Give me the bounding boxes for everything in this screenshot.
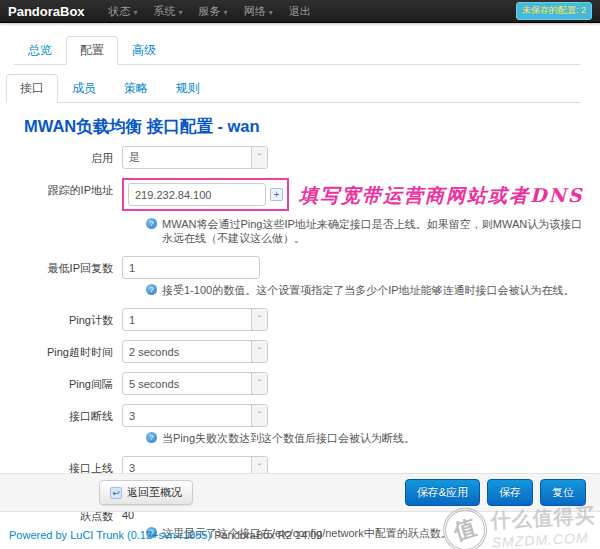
back-button-label: 返回至概况	[127, 485, 182, 500]
save-button[interactable]: 保存	[487, 479, 533, 506]
field-label: 最低IP回复数	[24, 256, 113, 276]
select-value: 1	[123, 314, 251, 326]
help-text-row: 当Ping失败次数达到这个数值后接口会被认为断线。	[146, 431, 600, 445]
help-icon	[146, 432, 157, 443]
page-title: MWAN负载均衡 接口配置 - wan	[24, 116, 600, 138]
form-row-min-replies: 最低IP回复数	[24, 256, 600, 279]
top-navbar: PandoraBox 状态 系统 服务 网络 退出 未保存的配置: 2	[0, 0, 600, 23]
form-row-enabled: 启用 是	[24, 146, 600, 169]
annotation-text: 填写宽带运营商网站或者DNS	[299, 178, 584, 209]
back-arrow-icon	[110, 487, 122, 499]
subtab-rules[interactable]: 规则	[162, 74, 214, 103]
form-row-ping-count: Ping计数 1	[24, 308, 600, 331]
tab-configuration[interactable]: 配置	[66, 36, 118, 65]
menu-status[interactable]: 状态	[101, 4, 146, 19]
luci-link[interactable]: Powered by LuCI Trunk (0.12+svn-r1055)	[9, 529, 211, 541]
sub-tabs: 接口 成员 策略 规则	[6, 74, 580, 103]
help-text: 当Ping失败次数达到这个数值后接口会被认为断线。	[162, 431, 415, 445]
select-value: 5 seconds	[123, 378, 251, 390]
chevron-down-icon	[251, 405, 267, 426]
field-label: Ping超时时间	[24, 340, 113, 360]
field-label: 跟踪的IP地址	[24, 178, 113, 198]
subtab-policies[interactable]: 策略	[110, 74, 162, 103]
add-entry-icon[interactable]	[270, 188, 283, 201]
tracked-ip-input[interactable]	[128, 183, 266, 206]
min-replies-input[interactable]	[122, 256, 260, 279]
highlight-box	[122, 178, 289, 211]
action-bar: 返回至概况 保存&应用 保存 复位	[0, 473, 600, 512]
enabled-select[interactable]: 是	[122, 146, 268, 169]
field-label: Ping计数	[24, 308, 113, 328]
firmware-version: PandoraBox R2 14.09	[214, 529, 322, 541]
form-row-tracked-ip: 跟踪的IP地址 填写宽带运营商网站或者DNS	[24, 178, 600, 211]
menu-system[interactable]: 系统	[146, 4, 191, 19]
help-text: MWAN将会通过Ping这些IP地址来确定接口是否上线。如果留空，则MWAN认为…	[162, 217, 586, 245]
field-label: 接口断线	[24, 404, 113, 424]
ping-interval-select[interactable]: 5 seconds	[122, 372, 268, 395]
chevron-down-icon	[251, 373, 267, 394]
help-text-row: MWAN将会通过Ping这些IP地址来确定接口是否上线。如果留空，则MWAN认为…	[146, 217, 600, 245]
field-label: Ping间隔	[24, 372, 113, 392]
interface-down-select[interactable]: 3	[122, 404, 268, 427]
unsaved-changes-badge[interactable]: 未保存的配置: 2	[516, 2, 592, 20]
brand-logo: PandoraBox	[8, 4, 85, 19]
select-value: 是	[123, 150, 251, 165]
chevron-down-icon	[251, 341, 267, 362]
field-label: 启用	[24, 146, 113, 166]
menu-network[interactable]: 网络	[236, 4, 281, 19]
help-text: 接受1-100的数值。这个设置项指定了当多少个IP地址能够连通时接口会被认为在线…	[162, 283, 575, 297]
help-icon	[146, 284, 157, 295]
subtab-members[interactable]: 成员	[58, 74, 110, 103]
select-value: 3	[123, 462, 251, 474]
form-row-ping-timeout: Ping超时时间 2 seconds	[24, 340, 600, 363]
chevron-down-icon	[251, 147, 267, 168]
page-footer: Powered by LuCI Trunk (0.12+svn-r1055) P…	[9, 529, 322, 541]
ping-count-select[interactable]: 1	[122, 308, 268, 331]
form-row-ping-interval: Ping间隔 5 seconds	[24, 372, 600, 395]
help-text-row: 接受1-100的数值。这个设置项指定了当多少个IP地址能够连通时接口会被认为在线…	[146, 283, 600, 297]
help-icon	[146, 218, 157, 229]
save-button-group: 保存&应用 保存 复位	[405, 479, 586, 506]
tab-overview[interactable]: 总览	[14, 36, 66, 65]
ping-timeout-select[interactable]: 2 seconds	[122, 340, 268, 363]
subtab-interfaces[interactable]: 接口	[6, 74, 58, 103]
back-to-overview-button[interactable]: 返回至概况	[99, 480, 193, 505]
tab-advanced[interactable]: 高级	[118, 36, 170, 65]
menu-services[interactable]: 服务	[191, 4, 236, 19]
reset-button[interactable]: 复位	[540, 479, 586, 506]
form-row-interface-down: 接口断线 3	[24, 404, 600, 427]
save-apply-button[interactable]: 保存&应用	[405, 479, 480, 506]
select-value: 3	[123, 410, 251, 422]
main-tabs: 总览 配置 高级	[14, 36, 580, 65]
chevron-down-icon	[251, 309, 267, 330]
select-value: 2 seconds	[123, 346, 251, 358]
menu-logout[interactable]: 退出	[281, 4, 319, 19]
